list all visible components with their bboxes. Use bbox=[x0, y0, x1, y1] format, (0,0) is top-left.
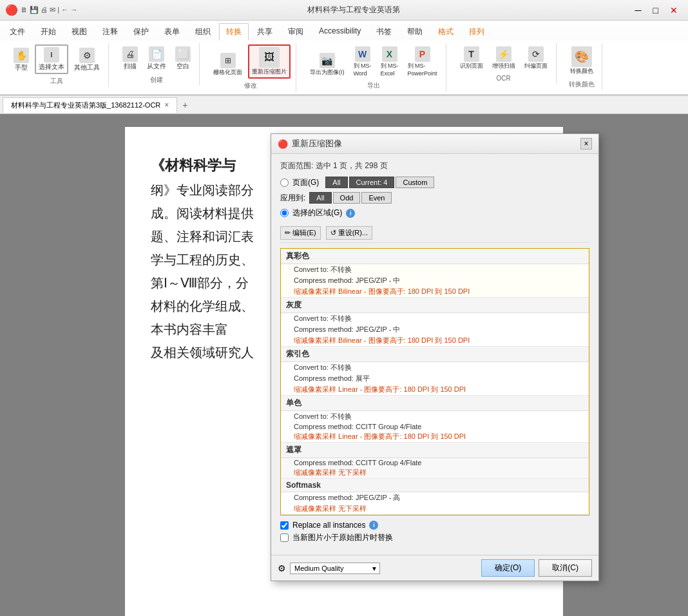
all-pages-btn[interactable]: All bbox=[325, 177, 347, 188]
scan-icon: 🖨 bbox=[122, 46, 138, 62]
region-row: 选择的区域(G) i bbox=[280, 207, 589, 218]
tab-bookmark[interactable]: 书签 bbox=[369, 23, 399, 41]
recompress-btn[interactable]: 🖼 重新压缩图片 bbox=[248, 44, 291, 79]
indexed-convert: Convert to: 不转换 bbox=[281, 362, 589, 373]
custom-pages-btn[interactable]: Custom bbox=[396, 177, 434, 188]
apply-all-btn[interactable]: All bbox=[309, 192, 331, 204]
menu-icons: 🗎 💾 🖨 ✉ | ← → bbox=[21, 6, 77, 14]
from-file-icon: 📄 bbox=[149, 46, 164, 62]
tab-review[interactable]: 审阅 bbox=[281, 23, 311, 41]
toolbar-row: ✏ 编辑(E) ↺ 重设(R)... bbox=[280, 224, 589, 243]
replace-smaller-checkbox[interactable] bbox=[280, 534, 289, 542]
blank-btn[interactable]: ⬜ 空白 bbox=[172, 44, 194, 73]
truecolor-convert: Convert to: 不转换 bbox=[281, 264, 589, 275]
apply-even-btn[interactable]: Even bbox=[361, 192, 392, 204]
export-image-btn[interactable]: 📷 导出为图像(I) bbox=[307, 51, 348, 79]
maximize-btn[interactable]: □ bbox=[648, 4, 664, 17]
cancel-btn[interactable]: 取消(C) bbox=[539, 559, 592, 577]
tab-comment[interactable]: 注释 bbox=[95, 23, 125, 41]
enhance-scan-btn[interactable]: ⚡ 增强扫描 bbox=[489, 44, 519, 72]
tab-protect[interactable]: 保护 bbox=[126, 23, 156, 41]
tab-add-btn[interactable]: + bbox=[177, 97, 193, 113]
replace-all-row: Replace all instances i bbox=[280, 521, 589, 530]
to-word-btn[interactable]: W 到 MS-Word bbox=[350, 44, 375, 79]
ribbon-group-create: 🖨 扫描 📄 从文件 ⬜ 空白 创建 bbox=[114, 43, 200, 86]
dialog-overlay: 🔴 重新压缩图像 × 页面范围: 选中 1 页，共 298 页 页面(G) Al… bbox=[0, 114, 688, 616]
tools-items: ✋ 手型 I 选择文本 ⚙ 其他工具 bbox=[10, 44, 103, 74]
tab-organize[interactable]: 组织 bbox=[188, 23, 218, 41]
truecolor-section: 真彩色 Convert to: 不转换 Compress method: JPE… bbox=[281, 249, 589, 298]
convert-color-btn[interactable]: 🎨 转换颜色 bbox=[567, 44, 597, 77]
recognize-icon: T bbox=[464, 46, 479, 62]
action-buttons: 确定(O) 取消(C) bbox=[481, 559, 592, 577]
mask-downsample: 缩减像素采样 无下采样 bbox=[281, 467, 589, 478]
tab-arrange[interactable]: 排列 bbox=[462, 23, 492, 41]
rasterize-btn[interactable]: ⊞ 栅格化页面 bbox=[210, 51, 245, 79]
hand-tool-btn[interactable]: ✋ 手型 bbox=[10, 46, 32, 74]
bottom-bar: ⚙ Medium Quality High Quality Low Qualit… bbox=[271, 555, 598, 581]
pages-radio[interactable] bbox=[280, 178, 289, 187]
blank-icon: ⬜ bbox=[175, 46, 191, 62]
reset-label: 重设(R)... bbox=[338, 228, 368, 238]
select-text-btn[interactable]: I 选择文本 bbox=[35, 44, 68, 74]
dialog-close-btn[interactable]: × bbox=[580, 138, 592, 149]
grayscale-compress: Compress method: JPEG/ZIP - 中 bbox=[281, 324, 589, 335]
dialog-body: 页面范围: 选中 1 页，共 298 页 页面(G) All Current: … bbox=[271, 154, 598, 555]
indexed-compress: Compress method: 展平 bbox=[281, 373, 589, 384]
tab-convert[interactable]: 转换 bbox=[219, 23, 249, 41]
tab-format[interactable]: 格式 bbox=[431, 23, 461, 41]
current-page-btn[interactable]: Current: 4 bbox=[349, 177, 395, 188]
to-excel-btn[interactable]: X 到 MS-Excel bbox=[377, 44, 402, 79]
tab-file[interactable]: 文件 bbox=[3, 23, 32, 41]
ppt-icon: P bbox=[415, 46, 430, 62]
ocr-label: OCR bbox=[496, 75, 510, 82]
tab-bar: 材料科学与工程专业英语第3版_13682112-OCR × + bbox=[0, 96, 688, 114]
to-ppt-btn[interactable]: P 到 MS-PowerPoint bbox=[405, 44, 441, 79]
enhance-icon: ⚡ bbox=[496, 46, 511, 62]
doc-tab-close[interactable]: × bbox=[164, 101, 169, 110]
quality-group: ⚙ Medium Quality High Quality Low Qualit… bbox=[278, 563, 380, 574]
grayscale-convert: Convert to: 不转换 bbox=[281, 313, 589, 324]
app-title: 材料科学与工程专业英语第 bbox=[307, 5, 400, 15]
replace-all-label: Replace all instances bbox=[292, 521, 365, 530]
tab-form[interactable]: 表单 bbox=[157, 23, 187, 41]
window-controls[interactable]: ─ □ ✕ bbox=[630, 4, 683, 17]
recognize-btn[interactable]: T 识别页面 bbox=[457, 44, 486, 72]
quality-select[interactable]: Medium Quality High Quality Low Quality … bbox=[290, 563, 380, 574]
scan-btn[interactable]: 🖨 扫描 bbox=[119, 44, 141, 73]
apply-odd-btn[interactable]: Odd bbox=[333, 192, 361, 204]
tab-view[interactable]: 视图 bbox=[64, 23, 94, 41]
ribbon-group-color: 🎨 转换颜色 转换颜色 bbox=[562, 43, 602, 90]
other-tools-icon: ⚙ bbox=[79, 48, 95, 63]
replace-all-checkbox[interactable] bbox=[280, 521, 289, 530]
close-btn[interactable]: ✕ bbox=[665, 4, 683, 17]
reset-btn[interactable]: ↺ 重设(R)... bbox=[326, 226, 372, 240]
deskew-btn[interactable]: ⟳ 纠偏页面 bbox=[521, 44, 551, 72]
tab-help[interactable]: 帮助 bbox=[400, 23, 430, 41]
mask-header: 遮罩 bbox=[281, 443, 589, 458]
color-items: 🎨 转换颜色 bbox=[567, 44, 597, 77]
indexed-header: 索引色 bbox=[281, 347, 589, 362]
document-tab[interactable]: 材料科学与工程专业英语第3版_13682112-OCR × bbox=[3, 97, 177, 113]
tab-start[interactable]: 开始 bbox=[33, 23, 63, 41]
region-radio[interactable] bbox=[280, 209, 289, 217]
confirm-btn[interactable]: 确定(O) bbox=[481, 559, 535, 577]
tab-share[interactable]: 共享 bbox=[250, 23, 280, 41]
tab-accessibility[interactable]: Accessibility bbox=[312, 23, 368, 41]
create-label: 创建 bbox=[150, 75, 163, 84]
ribbon: 文件 开始 视图 注释 保护 表单 组织 转换 共享 审阅 Accessibil… bbox=[0, 21, 688, 96]
truecolor-downsample: 缩减像素采样 Bilinear - 图像要高于: 180 DPI 到 150 D… bbox=[281, 286, 589, 297]
rasterize-icon: ⊞ bbox=[220, 53, 236, 68]
hand-icon: ✋ bbox=[14, 48, 29, 63]
other-tools-btn[interactable]: ⚙ 其他工具 bbox=[71, 46, 103, 74]
export-image-icon: 📷 bbox=[320, 53, 335, 68]
pages-label: 页面(G) bbox=[292, 177, 319, 188]
title-bar: 🔴 🗎 💾 🖨 ✉ | ← → 材料科学与工程专业英语第 ─ □ ✕ bbox=[0, 0, 688, 21]
from-file-btn[interactable]: 📄 从文件 bbox=[144, 44, 169, 73]
minimize-btn[interactable]: ─ bbox=[630, 4, 647, 17]
page-range-label: 页面范围: 选中 1 页，共 298 页 bbox=[280, 160, 589, 171]
grayscale-header: 灰度 bbox=[281, 298, 589, 313]
truecolor-compress: Compress method: JPEG/ZIP - 中 bbox=[281, 275, 589, 286]
edit-btn[interactable]: ✏ 编辑(E) bbox=[280, 226, 321, 240]
ribbon-group-ocr: T 识别页面 ⚡ 增强扫描 ⟳ 纠偏页面 OCR bbox=[452, 43, 557, 83]
